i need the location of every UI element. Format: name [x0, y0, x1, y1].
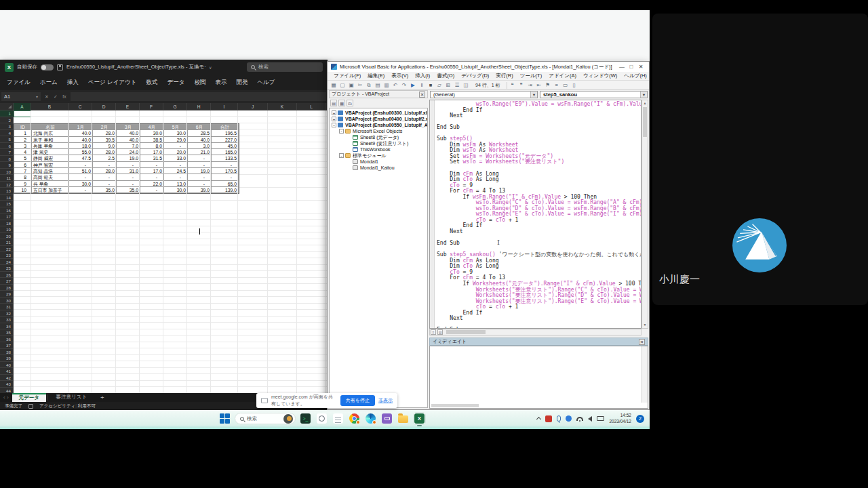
cell[interactable]: 21.0: [188, 149, 212, 155]
find-icon[interactable]: ▥: [383, 82, 390, 89]
vba-menu-item-0[interactable]: ファイル(F): [330, 73, 364, 79]
microphone-icon[interactable]: [557, 415, 561, 422]
cell[interactable]: -: [188, 181, 212, 187]
cell[interactable]: 40.0: [69, 130, 93, 136]
cell[interactable]: -: [212, 174, 239, 180]
cell[interactable]: 20.0: [164, 149, 188, 155]
row-header-31[interactable]: 31: [0, 304, 14, 310]
cell[interactable]: -: [69, 174, 93, 180]
project-tree-item[interactable]: Sheet9 (要注意リスト): [330, 140, 427, 146]
status-dot-icon[interactable]: [566, 415, 572, 422]
row-header-11[interactable]: 11: [0, 175, 14, 182]
row-header-37[interactable]: 37: [0, 342, 14, 349]
close-icon[interactable]: ✕: [419, 92, 425, 98]
cell[interactable]: 51.0: [69, 168, 93, 174]
select-all-button[interactable]: [0, 103, 14, 110]
row-header-9[interactable]: 9: [0, 162, 14, 169]
cell[interactable]: 1: [14, 130, 32, 136]
row-header-39[interactable]: 39: [0, 355, 14, 362]
collapse-icon[interactable]: -: [332, 123, 336, 127]
row-header-43[interactable]: 43: [0, 381, 14, 388]
column-header-D[interactable]: D: [92, 103, 116, 110]
cell[interactable]: 米子 美和: [32, 137, 69, 143]
cell[interactable]: 28.0: [93, 149, 117, 155]
cell[interactable]: 196.5: [212, 130, 239, 136]
toggle-folders-icon[interactable]: 🗀: [347, 100, 353, 106]
cell[interactable]: -: [69, 162, 93, 168]
row-header-27[interactable]: 27: [0, 278, 14, 285]
row-header-25[interactable]: 25: [0, 265, 14, 272]
chevron-down-icon[interactable]: ∨: [209, 65, 212, 70]
cell[interactable]: -: [188, 174, 212, 180]
cell[interactable]: 28.5: [188, 130, 212, 136]
cell[interactable]: -: [93, 174, 117, 180]
cell[interactable]: 17.0: [140, 168, 164, 174]
cell[interactable]: 6: [14, 162, 32, 168]
weather-icon[interactable]: [283, 414, 293, 424]
object-browser-icon[interactable]: ◫: [462, 82, 469, 89]
row-header-15[interactable]: 15: [0, 201, 14, 207]
cell[interactable]: 33.0: [164, 155, 188, 161]
macro-record-icon[interactable]: [28, 404, 33, 409]
cell[interactable]: 45.0: [212, 143, 239, 149]
break-icon[interactable]: ‖: [418, 82, 425, 89]
ribbon-tab-0[interactable]: ファイル: [2, 76, 35, 89]
row-header-20[interactable]: 20: [0, 233, 14, 240]
table-header-cell[interactable]: 1月: [69, 124, 93, 130]
cell[interactable]: 7.0: [117, 143, 140, 149]
cell[interactable]: -: [188, 155, 212, 161]
vba-menu-item-1[interactable]: 編集(E): [364, 73, 388, 79]
cell[interactable]: 3: [14, 143, 32, 149]
cell[interactable]: 津 篤史: [32, 149, 69, 155]
save-icon[interactable]: ▣: [348, 82, 355, 89]
cell[interactable]: 29.0: [164, 137, 188, 143]
row-header-16[interactable]: 16: [0, 207, 14, 214]
chrome-icon[interactable]: [349, 413, 360, 424]
cell[interactable]: 38.5: [140, 137, 164, 143]
module-view-icon[interactable]: ▯: [571, 82, 578, 89]
cell[interactable]: 9.0: [93, 143, 117, 149]
column-header-A[interactable]: A: [14, 103, 31, 110]
row-header-5[interactable]: 5: [0, 136, 14, 143]
row-header-3[interactable]: 3: [0, 123, 14, 130]
cell[interactable]: -: [188, 162, 212, 168]
project-tree-item[interactable]: +VBAProject (Enshu00300_ListupIf.xls): [330, 110, 427, 116]
cell[interactable]: 133.5: [212, 155, 239, 161]
cell[interactable]: -: [140, 187, 164, 193]
row-header-24[interactable]: 24: [0, 259, 14, 266]
row-header-6[interactable]: 6: [0, 143, 14, 150]
file-explorer-icon[interactable]: [397, 413, 409, 424]
cell[interactable]: -: [140, 162, 164, 168]
cell[interactable]: 30.0: [164, 130, 188, 136]
stop-sharing-button[interactable]: 共有を停止: [340, 395, 375, 406]
enter-icon[interactable]: ✓: [52, 94, 60, 100]
toggle-fold-icon[interactable]: ▭: [562, 82, 569, 89]
collapse-icon[interactable]: -: [339, 153, 344, 158]
row-header-12[interactable]: 12: [0, 182, 14, 188]
table-header-cell[interactable]: 3月: [117, 124, 140, 130]
expand-icon[interactable]: +: [332, 110, 336, 115]
cut-icon[interactable]: ✂: [357, 82, 363, 89]
table-header-cell[interactable]: 名前: [32, 124, 69, 130]
hide-banner-link[interactable]: 非表示: [378, 397, 393, 404]
vba-menu-item-7[interactable]: ツール(T): [517, 73, 545, 79]
immediate-vertical-scrollbar[interactable]: [642, 346, 648, 403]
row-header-29[interactable]: 29: [0, 291, 14, 298]
restore-icon[interactable]: □: [627, 64, 636, 70]
taskbar-search[interactable]: 検索: [235, 413, 296, 424]
ribbon-tab-3[interactable]: ページ レイアウト: [83, 76, 142, 89]
vba-menu-item-4[interactable]: 書式(O): [433, 73, 458, 79]
save-icon[interactable]: [57, 64, 63, 70]
cell[interactable]: -: [164, 143, 188, 149]
cell[interactable]: 3.0: [188, 143, 212, 149]
project-explorer-icon[interactable]: ⊞: [445, 82, 452, 89]
row-header-18[interactable]: 18: [0, 220, 14, 227]
scrollbar-thumb[interactable]: [446, 330, 486, 334]
cell[interactable]: 13.0: [164, 181, 188, 187]
code-vertical-scrollbar[interactable]: ▲ ▼: [642, 100, 648, 329]
row-header-17[interactable]: 17: [0, 214, 14, 220]
cell[interactable]: 2.5: [93, 155, 117, 161]
taskbar-clock[interactable]: 14:52 2023/04/12: [609, 413, 631, 424]
row-header-4[interactable]: 4: [0, 130, 14, 137]
ribbon-tab-5[interactable]: データ: [162, 76, 189, 89]
